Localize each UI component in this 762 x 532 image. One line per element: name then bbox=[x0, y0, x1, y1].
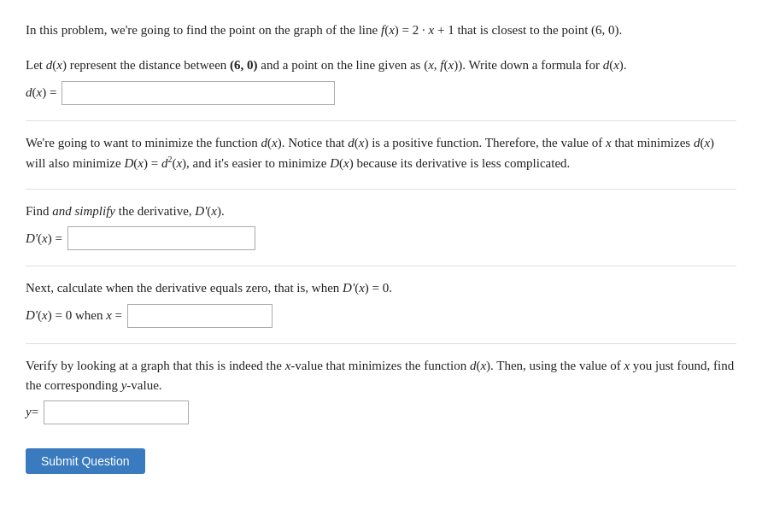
problem3-label: D'(x) = bbox=[26, 229, 62, 248]
problem1-label: d(x) = bbox=[26, 83, 56, 102]
the-word: the bbox=[542, 23, 558, 37]
problem5-section: Verify by looking at a graph that this i… bbox=[26, 356, 736, 425]
problem1-section: Let d(x) represent the distance between … bbox=[26, 56, 736, 104]
problem1-description: Let d(x) represent the distance between … bbox=[26, 56, 736, 75]
problem3-instruction: Find and simplify the derivative, D'(x). bbox=[26, 202, 736, 221]
submit-section: Submit Question bbox=[26, 440, 736, 474]
divider2 bbox=[26, 189, 736, 190]
divider4 bbox=[26, 343, 736, 344]
problem3-input[interactable] bbox=[67, 226, 255, 250]
problem1-input-row: d(x) = bbox=[26, 81, 736, 105]
problem2-section: We're going to want to minimize the func… bbox=[26, 133, 736, 174]
intro-text: In this problem, we're going to find the… bbox=[26, 20, 736, 40]
func-var: x bbox=[389, 23, 395, 37]
problem4-input[interactable] bbox=[127, 304, 273, 328]
problem3-input-row: D'(x) = bbox=[26, 226, 736, 250]
intro-section: In this problem, we're going to find the… bbox=[26, 20, 736, 40]
problem4-instruction: Next, calculate when the derivative equa… bbox=[26, 278, 736, 298]
problem4-section: Next, calculate when the derivative equa… bbox=[26, 278, 736, 327]
problem1-input[interactable] bbox=[62, 81, 335, 105]
problem5-input[interactable] bbox=[44, 400, 189, 424]
problem2-text: We're going to want to minimize the func… bbox=[26, 133, 736, 174]
submit-button[interactable]: Submit Question bbox=[26, 448, 145, 474]
problem4-label: D'(x) = 0 when x = bbox=[26, 306, 122, 325]
problem5-text: Verify by looking at a graph that this i… bbox=[26, 356, 736, 396]
divider3 bbox=[26, 266, 736, 266]
divider1 bbox=[26, 120, 736, 121]
problem3-section: Find and simplify the derivative, D'(x).… bbox=[26, 202, 736, 250]
func-expression: f bbox=[381, 23, 384, 37]
problem5-input-row: y= bbox=[26, 400, 736, 424]
problem5-label: y= bbox=[26, 402, 38, 422]
problem4-input-row: D'(x) = 0 when x = bbox=[26, 304, 736, 328]
